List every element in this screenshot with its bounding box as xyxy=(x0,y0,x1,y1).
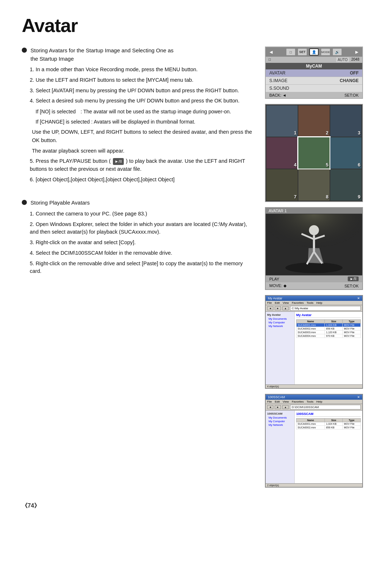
thumb-5: 5 xyxy=(298,137,330,169)
exp1-back-btn[interactable]: ◄ xyxy=(267,306,273,310)
exp2-sidebar-net[interactable]: My Network xyxy=(267,423,293,427)
avatar-play-label: PLAY xyxy=(269,277,279,281)
camera-sub-bar: □ AUTO 2048 xyxy=(266,57,362,63)
svg-rect-9 xyxy=(266,214,362,275)
exp2-up-btn[interactable]: ▲ xyxy=(282,405,289,409)
exp1-cell-type-2: MOV File xyxy=(343,331,361,334)
if-no-text: : The avatar will not be used as the sta… xyxy=(81,109,231,114)
thumb-1: 1 xyxy=(266,105,298,137)
exp1-table: Name Size Type SUCA0001.mov 1,024 KB MOV… xyxy=(296,319,361,338)
exp1-row-2[interactable]: SUCA0003.mov 1,120 KB MOV File xyxy=(297,331,361,334)
arrow-right-icon: ► xyxy=(354,49,359,55)
avatar-move-label: MOVE: ◆ xyxy=(269,283,286,288)
page-number: 《74》 xyxy=(22,503,40,509)
exp1-address[interactable]: C:\My Avatar xyxy=(290,306,361,311)
use-buttons-text: Use the UP, DOWN, LEFT, and RIGHT button… xyxy=(22,128,254,145)
cam-row-avatar: AVATAR OFF xyxy=(266,69,362,77)
exp2-cell-size-0: 1,024 KB xyxy=(325,422,343,426)
exp1-title-bar: My Avatar ✕ xyxy=(266,296,362,301)
s2-step-1: Connect the camera to your PC. (See page… xyxy=(28,210,254,218)
step-1: In a mode other than Voice Recording mod… xyxy=(28,66,254,74)
play-pause-icon: ►/II xyxy=(113,158,124,165)
exp1-sidebar-net[interactable]: My Network xyxy=(267,324,293,328)
exp1-row-0[interactable]: SUCA0001.mov 1,024 KB MOV File xyxy=(297,323,361,327)
section2-steps: Connect the camera to your PC. (See page… xyxy=(22,210,254,275)
exp2-row-0[interactable]: SUCA0001.mov 1,024 KB MOV File xyxy=(297,422,361,426)
playback-screen-text: The avatar playback screen will appear. xyxy=(22,147,254,155)
thumb-9: 9 xyxy=(330,169,362,201)
exp1-menu-bar: File Edit View Favorites Tools Help xyxy=(266,301,362,305)
section1-header: Storing Avatars for the Startup Image an… xyxy=(22,47,254,63)
cam-res-label: 2048 xyxy=(351,57,359,62)
exp1-cell-type-0: MOV File xyxy=(343,323,361,327)
avatar-title-bar: AVATAR 1 xyxy=(266,208,362,214)
cam-avatar-label: AVATAR xyxy=(269,70,285,76)
step-2: Use the LEFT and RIGHT buttons to select… xyxy=(28,76,254,84)
exp1-cell-type-3: MOV File xyxy=(343,334,361,338)
cam-icon-mode: MODE xyxy=(321,48,330,56)
cam-icon-1: □ xyxy=(286,48,295,56)
cam-bottom-bar: BACK: ◄ SET:OK xyxy=(266,92,362,98)
avatar-bottom-bar: PLAY ►/II xyxy=(266,275,362,282)
avatar-nav-bar: MOVE: ◆ SET:OK xyxy=(266,282,362,289)
cam-row-ssound: S.SOUND xyxy=(266,85,362,92)
exp2-cell-type-1: MOV File xyxy=(343,426,361,429)
exp2-body: 100SSCAM My Documents My Computer My Net… xyxy=(266,411,362,483)
exp2-back-btn[interactable]: ◄ xyxy=(267,405,273,409)
exp2-col-type: Type xyxy=(343,419,361,422)
exp1-sidebar-docs[interactable]: My Documents xyxy=(267,317,293,320)
step-4: Select a desired sub menu by pressing th… xyxy=(28,97,254,105)
exp1-menu-file: File xyxy=(267,301,272,304)
exp2-table: Name Size Type SUCA0001.mov 1,024 KB MOV… xyxy=(296,418,361,429)
if-change-text: : Avatars will be displayed in thumbnail… xyxy=(91,119,195,125)
exp2-cell-size-1: 856 KB xyxy=(325,426,343,429)
exp1-sidebar-comp[interactable]: My Computer xyxy=(267,321,293,324)
main-layout: Storing Avatars for the Startup Image an… xyxy=(22,47,370,488)
exp2-row-1[interactable]: SUCA0002.mov 856 KB MOV File xyxy=(297,426,361,429)
s2-step-3: Right-click on the avatar and select [Co… xyxy=(28,239,254,247)
explorer-window-1: My Avatar ✕ File Edit View Favorites Too… xyxy=(265,295,363,389)
exp1-cell-name-1: SUCA0002.mov xyxy=(297,327,325,331)
exp2-status-bar: 2 object(s) xyxy=(266,483,362,487)
if-no-block: If [NO] is selected : The avatar will no… xyxy=(22,108,254,116)
exp1-status-text: 4 object(s) xyxy=(267,385,279,388)
exp1-sidebar-title: My Avatar xyxy=(267,313,293,316)
cam-avatar-val: OFF xyxy=(350,70,359,76)
right-column: ◄ □ SET 👤 MODE 🔊 ► □ AUTO 2048 MyCAM xyxy=(265,47,370,488)
exp2-folder-title: 100SSCAM xyxy=(296,412,361,417)
cam-back-label: BACK: ◄ xyxy=(269,93,286,97)
exp2-col-name: Name xyxy=(297,419,325,422)
camera-menu: ◄ □ SET 👤 MODE 🔊 ► □ AUTO 2048 MyCAM xyxy=(265,47,363,99)
s2-step-2: Open Windows Explorer, select the folder… xyxy=(28,221,254,237)
arrow-left-icon: ◄ xyxy=(269,49,274,55)
s2-step-5: Right-click on the removable drive and s… xyxy=(28,260,254,276)
exp1-menu-help: Help xyxy=(316,301,322,304)
thumb-num-9: 9 xyxy=(358,194,360,199)
exp1-row-1[interactable]: SUCA0002.mov 856 KB MOV File xyxy=(297,327,361,331)
exp1-sidebar-section: My Avatar My Documents My Computer My Ne… xyxy=(267,313,293,328)
exp1-cell-name-0: SUCA0001.mov xyxy=(297,323,325,327)
avatar-screen: AVATAR 1 xyxy=(265,207,363,290)
exp2-fwd-btn[interactable]: ► xyxy=(275,405,281,409)
thumb-num-3: 3 xyxy=(358,130,360,136)
cam-simage-label: S.IMAGE xyxy=(269,78,287,83)
exp2-cell-name-0: SUCA0001.mov xyxy=(297,422,325,426)
exp2-title-text: 100SSCAM xyxy=(268,395,285,399)
exp1-row-3[interactable]: SUCA0004.mov 970 KB MOV File xyxy=(297,334,361,338)
exp1-cell-size-3: 970 KB xyxy=(325,334,343,338)
cam-ssound-label: S.SOUND xyxy=(269,86,289,91)
cam-icon-small: □ xyxy=(269,57,271,62)
step-3: Select [AVATAR] menu by pressing the UP/… xyxy=(28,87,254,95)
exp2-status-text: 2 object(s) xyxy=(267,484,279,487)
exp2-sidebar-docs[interactable]: My Documents xyxy=(267,416,293,419)
page-title: Avatar xyxy=(22,15,370,36)
exp1-up-btn[interactable]: ▲ xyxy=(282,306,289,310)
exp2-address[interactable]: D:\DCIM\100SSCAM xyxy=(290,405,361,409)
cam-icon-person: 👤 xyxy=(309,48,319,56)
if-no-label: If [NO] is selected xyxy=(36,108,79,116)
exp1-fwd-btn[interactable]: ► xyxy=(275,306,281,310)
section1-header-text: Storing Avatars for the Startup Image an… xyxy=(30,47,173,63)
thumb-7: 7 xyxy=(266,169,298,201)
exp2-sidebar-comp[interactable]: My Computer xyxy=(267,420,293,423)
thumbnail-grid: 1 2 3 4 5 6 7 8 9 xyxy=(265,104,363,202)
